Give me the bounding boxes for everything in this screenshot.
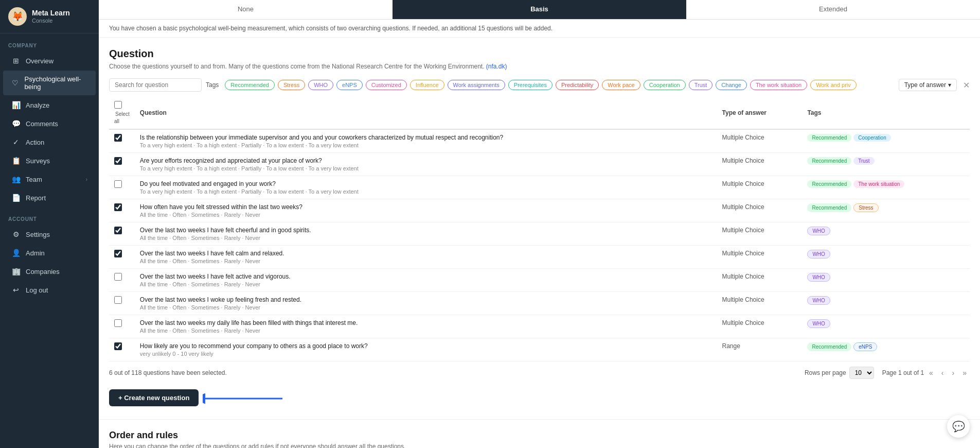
table-row: Over the last two weeks I have felt calm… [109,246,970,269]
create-new-question-button[interactable]: + Create new question [109,389,199,406]
filter-clear-button[interactable]: ✕ [963,80,970,90]
tag-cooperation[interactable]: Cooperation [644,80,686,90]
tags-container: WHO [807,319,965,328]
table-row: Over the last two weeks I woke up feelin… [109,292,970,315]
type-cell: Multiple Choice [717,269,803,292]
row-checkbox[interactable] [114,180,122,188]
sidebar-item-team[interactable]: 👥 Team › [3,170,96,188]
question-text: How likely are you to recommend your com… [140,342,712,350]
chat-fab-button[interactable]: 💬 [947,415,970,438]
row-checkbox[interactable] [114,134,122,142]
row-tag: Recommended [807,180,851,188]
tab-none[interactable]: None [99,0,393,19]
table-row: Over the last two weeks I have felt chee… [109,222,970,246]
checkbox-cell [109,222,135,246]
question-cell: Are your efforts recognized and apprecia… [135,153,717,176]
tag-work-situation[interactable]: The work situation [750,80,807,90]
tag-customized[interactable]: Customized [366,80,407,90]
tag-prerequisites[interactable]: Prerequisites [508,80,553,90]
sidebar: 🦊 Meta Learn Console COMPANY ⊞ Overview … [0,0,99,448]
prev-page-button[interactable]: ‹ [938,367,947,378]
question-text: Are your efforts recognized and apprecia… [140,157,712,164]
tag-influence[interactable]: Influence [410,80,444,90]
tag-trust[interactable]: Trust [689,80,713,90]
table-row: Do you feel motivated and engaged in you… [109,176,970,199]
sidebar-item-overview[interactable]: ⊞ Overview [3,52,96,70]
tags-container: WHO [807,296,965,305]
next-page-button[interactable]: › [949,367,958,378]
tag-change[interactable]: Change [716,80,747,90]
sidebar-item-logout[interactable]: ↩ Log out [3,281,96,299]
tag-predictability[interactable]: Predictability [556,80,599,90]
sidebar-item-surveys[interactable]: 📋 Surveys [3,152,96,169]
tags-label: Tags [206,81,219,89]
sidebar-item-psych[interactable]: ♡ Psychological well-being [3,71,96,95]
row-tag: WHO [807,296,830,305]
nfa-link[interactable]: (nfa.dk) [486,63,507,70]
arrow-svg [203,388,290,409]
settings-icon: ⚙ [11,230,21,238]
tags-container: WHO [807,227,965,235]
tag-work-pace[interactable]: Work pace [602,80,640,90]
select-all-checkbox[interactable] [114,101,122,109]
row-checkbox[interactable] [114,273,122,281]
first-page-button[interactable]: « [926,367,936,378]
sidebar-item-label: Report [26,194,46,202]
sidebar-item-label: Surveys [26,157,50,165]
tab-basis[interactable]: Basis [393,0,686,19]
companies-icon: 🏢 [11,267,21,275]
row-tag: eNPS [853,342,877,351]
table-row: How often have you felt stressed within … [109,199,970,222]
table-footer: 6 out of 118 questions have been selecte… [109,361,970,386]
tags-container: RecommendedeNPS [807,342,965,351]
row-checkbox[interactable] [114,250,122,257]
row-checkbox[interactable] [114,342,122,350]
row-checkbox[interactable] [114,157,122,165]
question-cell: Is the relationship between your immedia… [135,129,717,153]
sidebar-item-admin[interactable]: 👤 Admin [3,244,96,262]
row-checkbox[interactable] [114,227,122,234]
tag-recommended[interactable]: Recommended [225,80,275,90]
sidebar-logo-sub: Console [32,18,70,24]
last-page-button[interactable]: » [959,367,970,378]
tags-container: WHO [807,250,965,259]
sidebar-item-settings[interactable]: ⚙ Settings [3,226,96,243]
chat-icon: 💬 [952,420,965,433]
type-answer-dropdown[interactable]: Type of answer ▾ [899,79,957,91]
table-row: Are your efforts recognized and apprecia… [109,153,970,176]
sidebar-item-comments[interactable]: 💬 Comments [3,115,96,132]
table-row: Over the last two weeks I have felt acti… [109,269,970,292]
row-tag: WHO [807,319,830,328]
question-table: Select all Question Type of answer Tags … [109,97,970,361]
question-cell: How often have you felt stressed within … [135,199,717,222]
logo-icon: 🦊 [12,11,23,22]
row-checkbox[interactable] [114,203,122,211]
psych-icon: ♡ [11,79,20,87]
footer-summary: 6 out of 118 questions have been selecte… [109,369,227,376]
team-icon: 👥 [11,175,21,183]
sidebar-item-action[interactable]: ✓ Action [3,133,96,151]
main-content: None Basis Extended You have chosen a ba… [99,0,980,448]
question-options: To a very high extent · To a high extent… [140,142,712,148]
select-all-header: Select all [109,97,135,129]
checkbox-cell [109,338,135,361]
sidebar-item-companies[interactable]: 🏢 Companies [3,263,96,280]
tag-who[interactable]: WHO [308,80,333,90]
sidebar-item-label: Log out [26,286,48,294]
row-checkbox[interactable] [114,296,122,304]
tag-enps[interactable]: eNPS [336,80,363,90]
sidebar-item-analyze[interactable]: 📊 Analyze [3,96,96,114]
tags-col-header: Tags [802,97,970,129]
sidebar-item-label: Analyze [26,101,49,109]
rows-per-page-select[interactable]: 10 25 50 [849,367,874,379]
tag-work-assignments[interactable]: Work assignments [448,80,505,90]
search-input[interactable] [109,78,202,92]
sidebar-item-label: Companies [26,268,60,275]
sidebar-item-report[interactable]: 📄 Report [3,189,96,206]
question-options: All the time · Often · Sometimes · Rarel… [140,281,712,287]
tab-extended[interactable]: Extended [686,0,980,19]
tag-work-priv[interactable]: Work and priv [810,80,857,90]
tag-stress[interactable]: Stress [278,80,305,90]
row-checkbox[interactable] [114,319,122,327]
comments-icon: 💬 [11,119,21,128]
